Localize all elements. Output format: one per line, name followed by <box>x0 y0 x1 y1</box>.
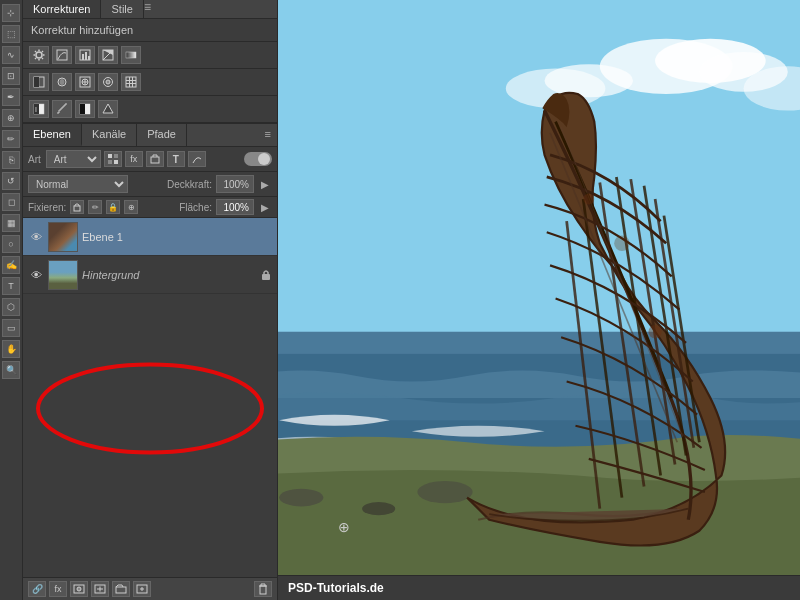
svg-line-5 <box>35 51 36 52</box>
svg-point-71 <box>279 489 323 507</box>
site-watermark: PSD-Tutorials.de <box>288 581 384 595</box>
colorbalance-icon[interactable] <box>75 73 95 91</box>
hsl-icon[interactable] <box>52 73 72 91</box>
grid-icon[interactable] <box>121 73 141 91</box>
filter-pixel-icon[interactable] <box>104 151 122 167</box>
tab-korrekturen[interactable]: Korrekturen <box>23 0 101 18</box>
eye-visibility-hintergrund[interactable]: 👁 <box>28 267 44 283</box>
panel-close-korrekturen[interactable]: ≡ <box>144 0 151 18</box>
svg-rect-17 <box>34 77 39 87</box>
lock-move-icon[interactable]: ⊕ <box>124 200 138 214</box>
svg-rect-53 <box>116 587 126 593</box>
layer-ebene1[interactable]: 👁 Ebene 1 <box>23 218 277 256</box>
svg-rect-45 <box>74 206 80 211</box>
colorbw-icon[interactable] <box>29 73 49 91</box>
tool-history[interactable]: ↺ <box>2 172 20 190</box>
tool-brush[interactable]: ✏ <box>2 130 20 148</box>
invert-icon[interactable]: I <box>29 100 49 118</box>
layer-thumb-ebene1 <box>48 222 78 252</box>
svg-rect-13 <box>88 56 90 60</box>
posterize-icon[interactable] <box>52 100 72 118</box>
brightness-icon[interactable] <box>29 46 49 64</box>
flache-arrow[interactable]: ▶ <box>258 200 272 214</box>
canvas-area: ⊕ PSD-Tutorials.de <box>278 0 800 600</box>
fixieren-label: Fixieren: <box>28 202 66 213</box>
levels-icon[interactable] <box>75 46 95 64</box>
korrekturen-subtitle: Korrektur hinzufügen <box>23 19 277 42</box>
korrekturen-icons-row1 <box>23 42 277 69</box>
tool-gradient[interactable]: ▦ <box>2 214 20 232</box>
exposure-icon[interactable] <box>98 46 118 64</box>
tool-shape[interactable]: ▭ <box>2 319 20 337</box>
cursor: ⊕ <box>338 519 350 535</box>
korrekturen-icons-row2 <box>23 69 277 96</box>
curves-icon[interactable] <box>52 46 72 64</box>
eye-visibility-ebene1[interactable]: 👁 <box>28 229 44 245</box>
tool-text[interactable]: T <box>2 277 20 295</box>
tool-select[interactable]: ⬚ <box>2 25 20 43</box>
layers-list: 👁 Ebene 1 👁 Hintergrund <box>23 218 277 577</box>
add-layer-icon[interactable] <box>133 581 151 597</box>
tool-eyedropper[interactable]: ✒ <box>2 88 20 106</box>
korrekturen-tabs: Korrekturen Stile ≡ <box>23 0 277 19</box>
flache-value[interactable]: 100% <box>216 199 254 215</box>
tool-lasso[interactable]: ∿ <box>2 46 20 64</box>
tool-crop[interactable]: ⊡ <box>2 67 20 85</box>
svg-rect-35 <box>85 104 90 114</box>
layer-hintergrund[interactable]: 👁 Hintergrund <box>23 256 277 294</box>
svg-point-49 <box>77 587 81 591</box>
tab-pfade[interactable]: Pfade <box>137 124 187 146</box>
filter-text-icon[interactable]: T <box>167 151 185 167</box>
korrekturen-panel: Korrekturen Stile ≡ Korrektur hinzufügen <box>23 0 277 124</box>
filter-select[interactable]: Art Name <box>46 150 101 168</box>
blend-mode-select[interactable]: Normal Auflösen Abdunkeln <box>28 175 128 193</box>
filter-vector-icon[interactable] <box>188 151 206 167</box>
tool-eraser[interactable]: ◻ <box>2 193 20 211</box>
layer-name-hintergrund: Hintergrund <box>82 269 256 281</box>
threshold-icon[interactable] <box>75 100 95 118</box>
tool-clone[interactable]: ⎘ <box>2 151 20 169</box>
opacity-value[interactable]: 100% <box>216 175 254 193</box>
add-adjustment-icon[interactable] <box>91 581 109 597</box>
lock-pixels-icon[interactable] <box>70 200 84 214</box>
gradient-map-icon[interactable] <box>121 46 141 64</box>
selectivecolor-icon[interactable] <box>98 100 118 118</box>
opacity-arrow[interactable]: ▶ <box>258 177 272 191</box>
lock-all-icon[interactable]: 🔒 <box>106 200 120 214</box>
flache-label: Fläche: <box>179 202 212 213</box>
tab-kanaele[interactable]: Kanäle <box>82 124 137 146</box>
tool-move[interactable]: ⊹ <box>2 4 20 22</box>
filter-label: Art <box>28 154 41 165</box>
svg-line-7 <box>42 51 43 52</box>
link-layers-icon[interactable]: 🔗 <box>28 581 46 597</box>
ebenen-filter-row: Art Art Name fx <box>23 147 277 172</box>
delete-layer-icon[interactable] <box>254 581 272 597</box>
svg-rect-57 <box>260 586 266 594</box>
filter-layer-icon[interactable] <box>146 151 164 167</box>
photofilter-icon[interactable] <box>98 73 118 91</box>
svg-rect-40 <box>114 160 118 164</box>
tab-stile[interactable]: Stile <box>101 0 143 18</box>
svg-point-83 <box>614 236 629 251</box>
filter-toggle[interactable] <box>244 152 272 166</box>
tab-ebenen[interactable]: Ebenen <box>23 124 82 146</box>
add-mask-icon[interactable] <box>70 581 88 597</box>
tool-zoom[interactable]: 🔍 <box>2 361 20 379</box>
lock-position-icon[interactable]: ✏ <box>88 200 102 214</box>
svg-rect-12 <box>85 52 87 60</box>
tool-heal[interactable]: ⊕ <box>2 109 20 127</box>
tool-dodge[interactable]: ○ <box>2 235 20 253</box>
layer-name-ebene1: Ebene 1 <box>82 231 272 243</box>
filter-fx-icon[interactable]: fx <box>125 151 143 167</box>
fx-icon[interactable]: fx <box>49 581 67 597</box>
tool-pen[interactable]: ✍ <box>2 256 20 274</box>
svg-point-84 <box>648 325 661 338</box>
svg-point-73 <box>417 481 472 503</box>
layers-bottom: 🔗 fx <box>23 577 277 600</box>
tool-hand[interactable]: ✋ <box>2 340 20 358</box>
tool-path[interactable]: ⬡ <box>2 298 20 316</box>
layers-section-wrapper: 👁 Ebene 1 👁 Hintergrund <box>23 218 277 600</box>
add-group-icon[interactable] <box>112 581 130 597</box>
ebenen-panel-menu[interactable]: ≡ <box>259 124 277 146</box>
bottom-bar: PSD-Tutorials.de <box>278 575 800 600</box>
